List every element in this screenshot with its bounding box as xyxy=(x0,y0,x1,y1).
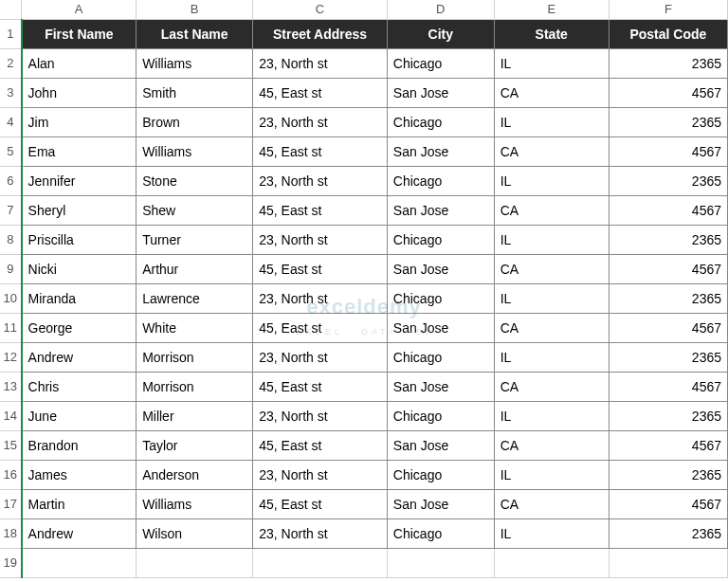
empty-cell[interactable] xyxy=(253,548,388,577)
cell-state[interactable]: IL xyxy=(494,107,609,136)
cell-last[interactable]: Taylor xyxy=(136,430,253,460)
col-head-D[interactable]: D xyxy=(387,0,494,19)
cell-postal[interactable]: 2365 xyxy=(609,460,727,489)
cell-last[interactable]: Smith xyxy=(136,78,253,107)
select-all-corner[interactable] xyxy=(0,0,22,19)
cell-state[interactable]: IL xyxy=(494,225,609,254)
cell-city[interactable]: Chicago xyxy=(387,166,494,195)
cell-postal[interactable]: 4567 xyxy=(609,254,727,283)
cell-state[interactable]: IL xyxy=(494,460,609,489)
row-head-18[interactable]: 18 xyxy=(0,518,22,548)
row-head-12[interactable]: 12 xyxy=(0,342,22,372)
cell-state[interactable]: CA xyxy=(494,430,609,460)
header-cell[interactable]: City xyxy=(387,19,494,48)
cell-street[interactable]: 45, East st xyxy=(253,489,388,518)
cell-last[interactable]: Williams xyxy=(136,136,253,166)
cell-first[interactable]: Sheryl xyxy=(22,195,136,225)
cell-state[interactable]: CA xyxy=(494,136,609,166)
cell-city[interactable]: San Jose xyxy=(387,489,494,518)
cell-last[interactable]: Morrison xyxy=(136,342,253,372)
cell-street[interactable]: 23, North st xyxy=(253,166,388,195)
cell-first[interactable]: Brandon xyxy=(22,430,136,460)
cell-city[interactable]: San Jose xyxy=(387,372,494,401)
cell-postal[interactable]: 4567 xyxy=(609,372,727,401)
empty-cell[interactable] xyxy=(22,548,136,577)
cell-last[interactable]: Anderson xyxy=(136,460,253,489)
cell-state[interactable]: CA xyxy=(494,313,609,342)
cell-state[interactable]: IL xyxy=(494,283,609,313)
cell-postal[interactable]: 4567 xyxy=(609,195,727,225)
row-head-17[interactable]: 17 xyxy=(0,489,22,518)
cell-postal[interactable]: 2365 xyxy=(609,342,727,372)
cell-last[interactable]: Turner xyxy=(136,225,253,254)
cell-street[interactable]: 45, East st xyxy=(253,254,388,283)
cell-street[interactable]: 23, North st xyxy=(253,342,388,372)
row-head-15[interactable]: 15 xyxy=(0,430,22,460)
cell-last[interactable]: Brown xyxy=(136,107,253,136)
row-head-9[interactable]: 9 xyxy=(0,254,22,283)
row-head-6[interactable]: 6 xyxy=(0,166,22,195)
cell-first[interactable]: John xyxy=(22,78,136,107)
cell-state[interactable]: IL xyxy=(494,48,609,78)
col-head-A[interactable]: A xyxy=(22,0,136,19)
empty-cell[interactable] xyxy=(609,548,727,577)
cell-first[interactable]: Alan xyxy=(22,48,136,78)
cell-city[interactable]: Chicago xyxy=(387,107,494,136)
cell-street[interactable]: 45, East st xyxy=(253,313,388,342)
cell-first[interactable]: Nicki xyxy=(22,254,136,283)
cell-city[interactable]: San Jose xyxy=(387,313,494,342)
empty-cell[interactable] xyxy=(494,548,609,577)
cell-city[interactable]: Chicago xyxy=(387,401,494,430)
cell-street[interactable]: 45, East st xyxy=(253,195,388,225)
cell-first[interactable]: Jim xyxy=(22,107,136,136)
cell-state[interactable]: IL xyxy=(494,166,609,195)
row-head-4[interactable]: 4 xyxy=(0,107,22,136)
cell-first[interactable]: Jennifer xyxy=(22,166,136,195)
empty-cell[interactable] xyxy=(136,548,253,577)
col-head-B[interactable]: B xyxy=(136,0,253,19)
cell-first[interactable]: James xyxy=(22,460,136,489)
row-head-19[interactable]: 19 xyxy=(0,548,22,577)
row-head-13[interactable]: 13 xyxy=(0,372,22,401)
cell-street[interactable]: 23, North st xyxy=(253,107,388,136)
cell-city[interactable]: Chicago xyxy=(387,518,494,548)
cell-last[interactable]: Wilson xyxy=(136,518,253,548)
cell-first[interactable]: George xyxy=(22,313,136,342)
cell-postal[interactable]: 2365 xyxy=(609,518,727,548)
spreadsheet[interactable]: A B C D E F 1First NameLast NameStreet A… xyxy=(0,0,728,578)
cell-street[interactable]: 45, East st xyxy=(253,136,388,166)
cell-last[interactable]: White xyxy=(136,313,253,342)
cell-city[interactable]: San Jose xyxy=(387,136,494,166)
cell-state[interactable]: IL xyxy=(494,342,609,372)
cell-postal[interactable]: 4567 xyxy=(609,136,727,166)
cell-street[interactable]: 23, North st xyxy=(253,460,388,489)
cell-postal[interactable]: 4567 xyxy=(609,313,727,342)
header-cell[interactable]: Street Address xyxy=(253,19,388,48)
cell-street[interactable]: 23, North st xyxy=(253,518,388,548)
cell-state[interactable]: IL xyxy=(494,518,609,548)
cell-first[interactable]: Chris xyxy=(22,372,136,401)
cell-first[interactable]: June xyxy=(22,401,136,430)
row-head-8[interactable]: 8 xyxy=(0,225,22,254)
row-head-16[interactable]: 16 xyxy=(0,460,22,489)
cell-street[interactable]: 45, East st xyxy=(253,372,388,401)
cell-state[interactable]: CA xyxy=(494,254,609,283)
cell-last[interactable]: Shew xyxy=(136,195,253,225)
cell-postal[interactable]: 2365 xyxy=(609,225,727,254)
empty-cell[interactable] xyxy=(387,548,494,577)
row-head-10[interactable]: 10 xyxy=(0,283,22,313)
cell-state[interactable]: IL xyxy=(494,401,609,430)
cell-postal[interactable]: 2365 xyxy=(609,166,727,195)
cell-state[interactable]: CA xyxy=(494,372,609,401)
cell-postal[interactable]: 4567 xyxy=(609,489,727,518)
cell-postal[interactable]: 4567 xyxy=(609,430,727,460)
header-cell[interactable]: Last Name xyxy=(136,19,253,48)
cell-street[interactable]: 23, North st xyxy=(253,48,388,78)
row-head-11[interactable]: 11 xyxy=(0,313,22,342)
cell-city[interactable]: San Jose xyxy=(387,195,494,225)
cell-last[interactable]: Morrison xyxy=(136,372,253,401)
cell-street[interactable]: 23, North st xyxy=(253,225,388,254)
cell-street[interactable]: 45, East st xyxy=(253,78,388,107)
cell-state[interactable]: CA xyxy=(494,489,609,518)
cell-first[interactable]: Andrew xyxy=(22,518,136,548)
